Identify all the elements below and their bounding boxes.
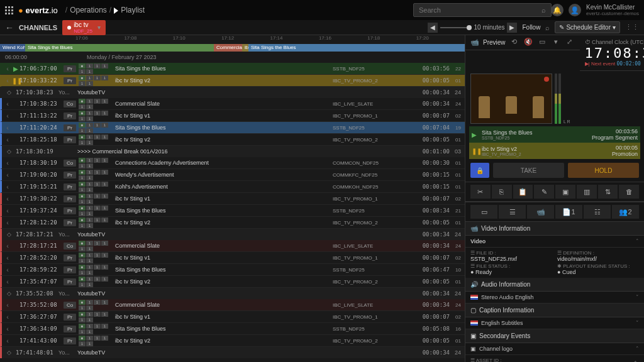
group-row[interactable]: ◇ 17:35:52:08 Yo... YoutubeTV 00:00:34 2… [0, 288, 465, 299]
tool-row-1: ✂ ⎘ 📋 ✎ ▣ ▥ ⇅ 🗑 [465, 182, 644, 202]
video-fields: ☰ FILE ID :SSTB_NDF25.mxf ☰ DEFINITION :… [465, 248, 644, 278]
audio-info-header[interactable]: 🔊 Audio Information [465, 278, 644, 292]
playlist-row[interactable]: ‹ 17:35:52:08 Co ■11111 Commercial Slate… [0, 299, 465, 311]
channel-bar: ← CHANNELS ibc tvNDF_25 ▾ ◀ 10 minutes ▶… [0, 20, 644, 35]
paste-button[interactable]: 📋 [513, 185, 533, 199]
np-current[interactable]: ▶ Sita Sings the BluesSSTB_NDF25 00:03:5… [469, 126, 640, 143]
t2a[interactable]: ▭ [470, 205, 497, 219]
user-label: Kevin McCallisterevertz-customer-demos [586, 4, 639, 16]
lock-button[interactable]: 🔒 [470, 163, 489, 178]
t2b[interactable]: ☰ [499, 205, 526, 219]
playlist-row[interactable]: ‹ 17:19:30:22 Pr ■11111 ibc tv Sting v1 … [0, 193, 465, 205]
add-button[interactable]: ▣ [555, 185, 575, 199]
breadcrumb: /Operations/Playlist [63, 6, 145, 14]
channel-badge[interactable]: ibc tvNDF_25 ▾ [62, 20, 106, 35]
flag-icon [470, 295, 478, 300]
group-row[interactable]: ◇ 17:41:48:01 Yo... YoutubeTV 00:00:34 2… [0, 347, 465, 358]
notifications-icon[interactable]: 🔔 [551, 4, 564, 16]
caption-lang[interactable]: English Subtitles˅ [465, 317, 644, 329]
action-buttons: 🔒 TAKE HOLD [465, 159, 644, 182]
follow-label[interactable]: Follow [522, 24, 540, 31]
secondary-events-header[interactable]: ▣ Secondary Events [465, 329, 644, 343]
minutes-control: ◀ 10 minutes ▶ [428, 23, 518, 33]
channel-logo-row[interactable]: ▣ Channel logo˄ [465, 343, 644, 355]
chevron-down-icon: ▾ [97, 24, 101, 31]
playlist-row[interactable]: ‹ 17:19:37:24 Pr ■11111 Sita Sings the B… [0, 205, 465, 217]
playlist-row[interactable]: ‹ 17:11:20:24 Pr ■11111 Sita Sings the B… [0, 122, 465, 134]
playlist-row[interactable]: ‹ 17:10:38:23 Co ■11111 Commercial Slate… [0, 98, 465, 110]
preview-area: L R [465, 71, 644, 126]
search-input[interactable] [413, 3, 552, 17]
audio-lang[interactable]: Stereo Audio English˅ [465, 292, 644, 304]
playlist-row[interactable]: ‹ 17:28:17:21 Co ■11111 Commercial Slate… [0, 240, 465, 252]
audio-meters [555, 74, 561, 124]
date-ruler: 06:00:00 Monday / February 27 2023 [0, 52, 465, 63]
back-icon[interactable]: ← [5, 23, 14, 33]
group-row[interactable]: ◇ 17:18:30:19 >>>> Commercial Break 001A… [0, 146, 465, 157]
inspector-panel: 📹 Preview ⟲ 🔇 ▭ ▾ ⤢ ⏱ Channel Clock (UTC… [465, 35, 644, 362]
chevron-down-icon[interactable]: ▾ [551, 38, 561, 48]
playlist-row[interactable]: ‹ 17:35:47:07 Pr ■11111 ibc tv Sting v2 … [0, 276, 465, 288]
tool-row-2: ▭ ☰ 📹 📄1 ☷ 👥2 [465, 202, 644, 222]
schedule-editor-button[interactable]: ✎ Schedule Editor ▾ [555, 21, 620, 33]
channel-clock: ⏱ Channel Clock (UTC) 17:08:34 ▶| Next e… [580, 35, 644, 71]
preview-header: 📹 Preview ⟲ 🔇 ▭ ▾ ⤢ [465, 35, 580, 50]
flag-icon [470, 321, 478, 326]
np-next[interactable]: ❚❚ ibc tv Sting v2IBC_TV_PROMO_2 00:00:0… [469, 143, 640, 159]
delete-button[interactable]: 🗑 [619, 185, 639, 199]
swap-button[interactable]: ⇅ [598, 185, 618, 199]
asset-1: ☰ ASSET ID : IBC_TV_BUG ✎ [465, 355, 644, 362]
video-section[interactable]: Video˄ [465, 236, 644, 248]
search-icon[interactable]: ⌕ [541, 6, 546, 14]
user-avatar[interactable]: 👤 [569, 4, 581, 16]
more-icon[interactable]: ⋮⋮ [625, 23, 639, 31]
take-button[interactable]: TAKE [493, 163, 564, 178]
timeline-bar[interactable]: Wend Kohl's Sita Sings the Blues Commerc… [0, 44, 465, 52]
copy-button[interactable]: ⎘ [492, 185, 512, 199]
brand-logo[interactable]: ● evertz.io [18, 6, 58, 15]
playlist-row[interactable]: ‹ 17:28:52:20 Pr ■11111 ibc tv Sting v1 … [0, 252, 465, 264]
cut-button[interactable]: ✂ [470, 185, 491, 199]
sync-icon[interactable]: ⟲ [509, 38, 519, 48]
minutes-decrease[interactable]: ◀ [428, 23, 438, 33]
preview-video[interactable] [470, 74, 552, 124]
playlist-row[interactable]: ‹ 17:28:59:22 Pr ■11111 Sita Sings the B… [0, 264, 465, 276]
now-playing: ▶ Sita Sings the BluesSSTB_NDF25 00:03:5… [465, 126, 644, 159]
camera-icon: 📹 [470, 38, 479, 47]
playlist-row[interactable]: ‹ ▶ 17:06:37:00 Pr ■11111 Sita Sings the… [0, 63, 465, 75]
t2c[interactable]: 📹 [527, 205, 554, 219]
caption-info-header[interactable]: ▢ Caption Information [465, 304, 644, 317]
video-info-header[interactable]: 📹 Video Information [465, 222, 644, 236]
group-row[interactable]: ◇ 17:10:38:23 Yo... YoutubeTV 00:00:34 2… [0, 87, 465, 98]
playlist-row[interactable]: ‹ 17:19:15:21 Pr ■11111 Kohl's Advertise… [0, 181, 465, 193]
record-dot-icon [67, 26, 71, 30]
playlist-row[interactable]: ‹ 17:36:27:07 Pr ■11111 ibc tv Sting v1 … [0, 311, 465, 323]
playlist-row[interactable]: ‹ 17:28:12:20 Pr ■11111 ibc tv Sting v2 … [0, 217, 465, 229]
monitor-icon[interactable]: ▭ [537, 38, 547, 48]
playlist-row[interactable]: ‹ ❚❚ 17:10:33:22 Pr ■11111 ibc tv Sting … [0, 75, 465, 87]
expand-icon[interactable]: ⤢ [565, 38, 575, 48]
playlist-row[interactable]: ‹ 17:18:30:19 Co ■11111 Connections Acad… [0, 157, 465, 169]
apps-icon[interactable] [5, 6, 13, 14]
channels-label[interactable]: CHANNELS [19, 24, 57, 31]
edit-button[interactable]: ✎ [534, 185, 554, 199]
t2d[interactable]: 📄1 [555, 205, 582, 219]
playlist-row[interactable]: ‹ 17:19:00:20 Pr ■11111 Wendy's Advertis… [0, 169, 465, 181]
playlist-row[interactable]: ‹ 17:11:13:22 Pr ■11111 ibc tv Sting v1 … [0, 110, 465, 122]
playlist-icon [114, 8, 118, 14]
mute-icon[interactable]: 🔇 [523, 38, 533, 48]
playlist-row[interactable]: ‹ 17:18:25:18 Pr ■11111 ibc tv Sting v2 … [0, 134, 465, 146]
hold-button[interactable]: HOLD [568, 163, 639, 178]
playlist-row[interactable]: ‹ 17:36:34:09 Pr ■11111 Sita Sings the B… [0, 323, 465, 335]
top-bar: ● evertz.io /Operations/Playlist ⌕ 🔔 👤 K… [0, 0, 644, 20]
playlist-row[interactable]: ‹ 17:41:43:00 Pr ■11111 ibc tv Sting v2 … [0, 335, 465, 347]
group-row[interactable]: ◇ 17:28:17:21 Yo... YoutubeTV 00:00:34 2… [0, 229, 465, 240]
split-button[interactable]: ▥ [577, 185, 597, 199]
minutes-slider[interactable] [440, 27, 472, 28]
playlist-panel: 17:0617:0817:1017:1217:1417:1617:1817:20… [0, 35, 465, 362]
search-timeline-icon[interactable]: ⌕ [545, 24, 550, 31]
t2e[interactable]: ☷ [584, 205, 611, 219]
rec-indicator-icon [544, 77, 549, 82]
minutes-increase[interactable]: ▶ [507, 23, 517, 33]
t2f[interactable]: 👥2 [612, 205, 639, 219]
